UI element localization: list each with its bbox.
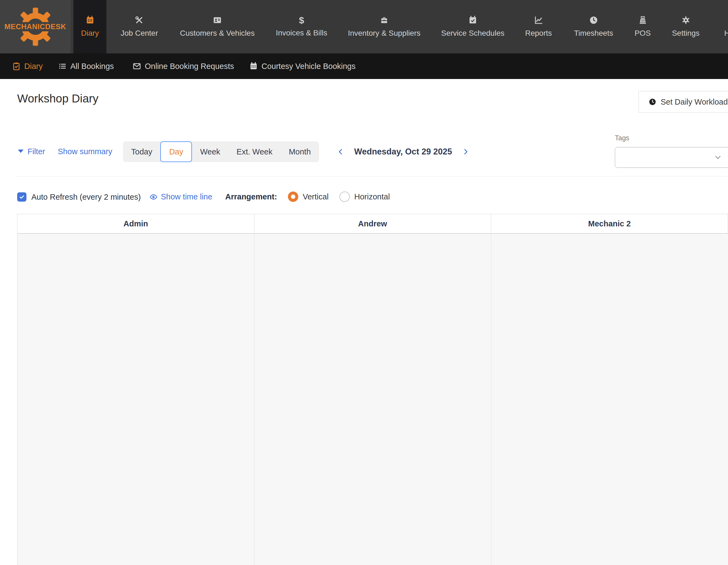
arrangement-vertical-label: Vertical xyxy=(303,192,329,201)
top-nav-item-reports[interactable]: Reports xyxy=(518,0,559,53)
top-nav-item-service-schedules[interactable]: Service Schedules xyxy=(434,0,512,53)
current-date-label[interactable]: Wednesday, Oct 29 2025 xyxy=(354,147,452,157)
set-daily-workload-button[interactable]: Set Daily Workload xyxy=(639,91,728,113)
top-nav-label: Diary xyxy=(81,29,99,38)
diary-table-header: Admin Andrew Mechanic 2 xyxy=(17,214,728,234)
chevron-down-icon xyxy=(714,153,722,162)
top-nav: MechanicDesk Diary Job Center xyxy=(0,0,728,53)
filter-icon xyxy=(17,148,24,155)
top-nav-label: Service Schedules xyxy=(441,29,504,38)
dollar-icon: $ xyxy=(299,16,304,24)
auto-refresh-checkbox[interactable] xyxy=(17,192,26,202)
filter-label: Filter xyxy=(28,147,45,156)
cash-register-icon xyxy=(638,16,647,25)
top-nav-label: Invoices & Bills xyxy=(276,29,327,37)
sub-nav-item-diary[interactable]: Diary xyxy=(12,53,43,79)
gear-icon xyxy=(681,16,690,25)
sub-nav-label: Courtesy Vehicle Bookings xyxy=(261,62,356,71)
sub-nav-item-online-booking-requests[interactable]: Online Booking Requests xyxy=(133,53,234,79)
mechanicdesk-app: MechanicDesk Diary Job Center xyxy=(0,0,728,565)
show-summary-link[interactable]: Show summary xyxy=(58,147,112,156)
diary-table: Admin Andrew Mechanic 2 xyxy=(17,214,728,565)
top-nav-label: Help xyxy=(724,29,728,38)
chevron-right-icon xyxy=(462,148,470,156)
id-card-icon xyxy=(213,16,222,25)
eye-icon xyxy=(149,193,158,201)
date-navigation: Wednesday, Oct 29 2025 xyxy=(337,141,470,162)
view-option-month[interactable]: Month xyxy=(281,141,319,162)
arrangement-vertical-option[interactable]: Vertical xyxy=(288,192,329,202)
column-header-mechanic-2[interactable]: Mechanic 2 xyxy=(491,214,728,233)
arrangement-horizontal-option[interactable]: Horizontal xyxy=(339,192,390,202)
sub-nav-label: Online Booking Requests xyxy=(145,62,234,71)
top-nav-label: Job Center xyxy=(121,29,158,38)
arrangement-label: Arrangement: xyxy=(225,192,277,201)
view-switcher: Today Day Week Ext. Week Month xyxy=(123,141,319,162)
set-daily-workload-label: Set Daily Workload xyxy=(661,98,728,107)
view-option-ext-week[interactable]: Ext. Week xyxy=(228,141,281,162)
chevron-left-icon xyxy=(337,148,344,156)
list-icon xyxy=(58,62,67,70)
envelope-icon xyxy=(133,62,141,70)
clock-icon xyxy=(589,16,598,25)
tools-icon xyxy=(135,16,144,25)
top-nav-label: POS xyxy=(634,29,651,38)
tags-select[interactable] xyxy=(615,147,728,168)
top-nav-item-pos[interactable]: POS xyxy=(627,0,658,53)
clock-icon xyxy=(649,98,656,106)
top-nav-label: Timesheets xyxy=(574,29,613,38)
show-time-line-link[interactable]: Show time line xyxy=(149,192,212,201)
show-time-line-label: Show time line xyxy=(161,192,212,201)
tags-label: Tags xyxy=(615,134,629,142)
sub-nav-label: Diary xyxy=(24,62,43,71)
view-option-day[interactable]: Day xyxy=(160,141,192,162)
arrangement-radio-vertical[interactable] xyxy=(288,192,298,202)
view-option-week[interactable]: Week xyxy=(192,141,228,162)
logo-text: MechanicDesk xyxy=(4,23,66,31)
sub-nav-label: All Bookings xyxy=(70,62,114,71)
diary-column-andrew[interactable] xyxy=(254,234,491,565)
sub-nav-item-all-bookings[interactable]: All Bookings xyxy=(58,53,114,79)
sub-nav-item-courtesy-vehicle-bookings[interactable]: Courtesy Vehicle Bookings xyxy=(249,53,356,79)
column-header-admin[interactable]: Admin xyxy=(17,214,254,233)
arrangement-option: Arrangement: Vertical Horizontal xyxy=(225,192,390,202)
diary-sub-nav: Diary All Bookings Online Booking Reques… xyxy=(0,53,728,79)
filter-button[interactable]: Filter xyxy=(17,147,45,156)
top-nav-label: Reports xyxy=(525,29,552,38)
diary-column-admin[interactable] xyxy=(17,234,254,565)
previous-day-button[interactable] xyxy=(337,148,344,156)
top-nav-item-invoices-bills[interactable]: $ Invoices & Bills xyxy=(268,0,335,53)
view-option-today[interactable]: Today xyxy=(123,141,160,162)
check-icon xyxy=(19,194,25,200)
arrangement-horizontal-label: Horizontal xyxy=(354,192,390,201)
top-nav-label: Inventory & Suppliers xyxy=(348,29,420,38)
top-nav-item-inventory-suppliers[interactable]: Inventory & Suppliers xyxy=(340,0,428,53)
clipboard-check-icon xyxy=(12,62,20,70)
column-header-andrew[interactable]: Andrew xyxy=(254,214,491,233)
diary-table-body xyxy=(17,234,728,565)
top-nav-label: Settings xyxy=(672,29,699,38)
calendar-grid-icon xyxy=(249,62,258,70)
auto-refresh-label: Auto Refresh (every 2 minutes) xyxy=(31,193,141,202)
top-nav-item-customers-vehicles[interactable]: Customers & Vehicles xyxy=(172,0,262,53)
chart-line-icon xyxy=(534,16,543,25)
show-summary-label: Show summary xyxy=(58,147,112,156)
auto-refresh-option: Auto Refresh (every 2 minutes) xyxy=(17,192,141,202)
top-nav-item-settings[interactable]: Settings xyxy=(664,0,707,53)
top-nav-label: Customers & Vehicles xyxy=(180,29,255,38)
top-nav-item-timesheets[interactable]: Timesheets xyxy=(566,0,621,53)
mechanicdesk-logo[interactable]: MechanicDesk xyxy=(0,0,71,53)
calendar-icon xyxy=(86,16,94,25)
calendar-check-icon xyxy=(468,16,477,25)
toolbox-icon xyxy=(380,16,389,25)
diary-column-mechanic-2[interactable] xyxy=(491,234,728,565)
next-day-button[interactable] xyxy=(462,148,470,156)
page-title: Workshop Diary xyxy=(17,92,98,105)
arrangement-radio-horizontal[interactable] xyxy=(339,192,350,202)
toolbar-divider xyxy=(17,176,728,177)
top-nav-item-job-center[interactable]: Job Center xyxy=(113,0,166,53)
top-nav-item-help[interactable]: Help xyxy=(717,0,728,53)
top-nav-item-diary[interactable]: Diary xyxy=(73,0,106,53)
